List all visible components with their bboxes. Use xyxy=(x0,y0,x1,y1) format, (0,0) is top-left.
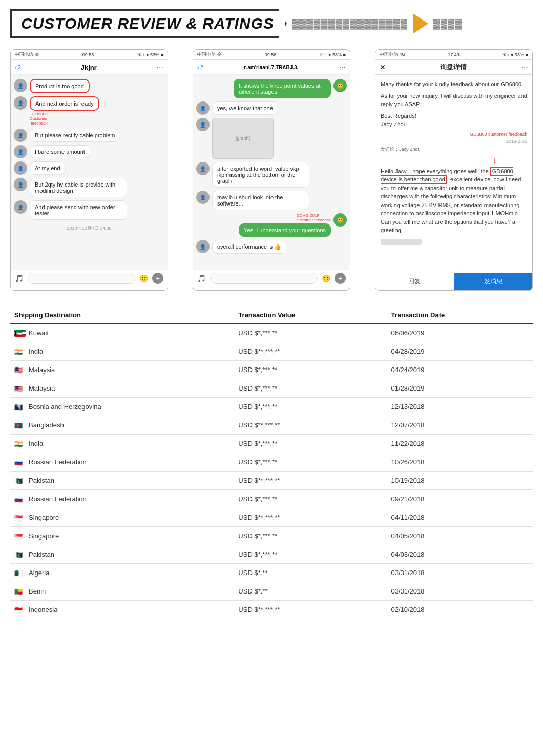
phone-screen-3: 中国电信 4G 17:49 ④ ↑ ● 93% ■ ✕ 询盘详情 ··· Man… xyxy=(375,49,533,291)
plus-icon[interactable]: + xyxy=(335,273,346,284)
plus-icon[interactable]: + xyxy=(152,273,163,284)
destination-cell: 🇸🇬 Singapore xyxy=(10,508,234,527)
country-name: Malaysia xyxy=(29,384,55,392)
avatar: 👤 xyxy=(14,200,27,214)
emoji-icon[interactable]: 🙂 xyxy=(139,274,148,282)
message-row: 👤 At my end xyxy=(14,161,164,175)
avatar-icon: 👤 xyxy=(17,149,24,155)
avatar-icon: 👤 xyxy=(17,205,24,210)
inquiry-actions[interactable]: 回复 发消息 xyxy=(375,273,532,290)
table-body: 🇰🇼 Kuwait USD $*,***.** 06/06/2019 🇮🇳 In… xyxy=(10,323,533,619)
message-row: 👤 And next order is ready GD6800Customer… xyxy=(14,96,164,126)
header-arrow-icon xyxy=(413,13,428,34)
phone-screen-2: 中国电信 令 09:56 ④ ↑ ● 53% ■ ‹ 2 r-am'rlaanl… xyxy=(193,49,350,291)
inquiry-header: ✕ 询盘详情 ··· xyxy=(375,60,532,75)
chevron-left-icon: ‹ xyxy=(15,64,17,70)
time-1: 09:53 xyxy=(82,52,94,57)
value-cell: USD $*,***.** xyxy=(234,527,387,545)
avatar-icon: 👤 xyxy=(200,122,206,128)
flag-icon: 🇲🇾 xyxy=(14,385,26,392)
carrier-1: 中国电信 令 xyxy=(15,51,39,58)
transactions-table: Shipping Destination Transaction Value T… xyxy=(10,306,533,619)
more-options-icon-1[interactable]: ··· xyxy=(157,63,163,72)
message-text: overall performance is 👍 xyxy=(217,243,281,250)
more-options-icon-2[interactable]: ··· xyxy=(339,63,346,72)
chevron-left-icon: ‹ xyxy=(197,64,199,70)
back-button-2[interactable]: ‹ 2 xyxy=(197,64,203,70)
value-cell: USD $**,***.** xyxy=(234,416,387,435)
message-row: 👤 And please send with new order tester xyxy=(14,200,164,220)
back-button-1[interactable]: ‹ 2 xyxy=(15,64,21,70)
bottom-bar-1: 🎵 🙂 + xyxy=(11,270,168,287)
header-title-box: CUSTOMER REVIEW & RATINGS xyxy=(10,9,287,38)
message-row: 👤 But 2qty hv cable is provide with modi… xyxy=(14,178,164,197)
message-input[interactable] xyxy=(210,273,318,284)
send-button[interactable]: 发消息 xyxy=(454,273,533,290)
message-text: may b u shud look into the software... xyxy=(217,194,283,207)
country-name: Russian Federation xyxy=(29,495,87,503)
avatar-icon: 👤 xyxy=(17,182,24,188)
date-cell: 04/11/2018 xyxy=(387,508,533,527)
country-name: Benin xyxy=(29,587,46,595)
header-section: CUSTOMER REVIEW & RATINGS ▓▓▓▓▓▓▓▓▓▓▓▓▓▓… xyxy=(0,0,543,44)
redacted-bar xyxy=(381,239,422,245)
destination-cell: 🇮🇳 India xyxy=(10,435,234,453)
country-name: Bosnia and Herzegovina xyxy=(29,403,101,411)
flag-icon: 🇰🇼 xyxy=(14,330,26,337)
avatar: 👤 xyxy=(14,161,27,175)
destination-cell: 🇵🇰 Pakistan xyxy=(10,472,234,490)
voice-icon[interactable]: 🎵 xyxy=(197,274,206,282)
inq-feedback-label: GD6800 customer feedback xyxy=(381,132,527,137)
more-options-icon-3[interactable]: ··· xyxy=(521,63,528,72)
value-cell: USD $**,***.** xyxy=(234,601,387,619)
avatar: 👤 xyxy=(14,129,27,142)
inq-date: 2019-2-25 xyxy=(381,139,527,144)
image-placeholder: [graph] xyxy=(236,136,250,141)
destination-cell: 🇲🇾 Malaysia xyxy=(10,361,234,379)
message-text: But please rectify cable problem xyxy=(35,132,115,138)
inq-para-2: As for your new inquiry, I will discuss … xyxy=(381,92,527,109)
battery-1: ④ ↑ ● 53% ■ xyxy=(137,52,163,57)
carrier-3: 中国电信 4G xyxy=(380,51,406,58)
reply-button[interactable]: 回复 xyxy=(375,273,454,290)
table-row: 🇧🇩 Bangladesh USD $**,***.** 12/07/2018 xyxy=(10,416,533,435)
header-small-lines: ▓▓▓▓ xyxy=(433,18,463,29)
message-text: At my end xyxy=(35,165,60,171)
emoji-icon[interactable]: 🙂 xyxy=(322,274,330,282)
message-text: Yes, I understand your questions xyxy=(244,227,326,233)
chat-bubble: But please rectify cable problem xyxy=(30,129,120,142)
back-count-2: 2 xyxy=(200,64,203,70)
date-cell: 04/05/2018 xyxy=(387,527,533,545)
message-input[interactable] xyxy=(28,273,135,284)
chat-bubble: I bare some amount xyxy=(30,145,90,158)
avatar: 👤 xyxy=(196,191,210,204)
avatar-icon: 👤 xyxy=(17,100,24,106)
flag-icon: 🇵🇰 xyxy=(14,551,26,558)
voice-icon[interactable]: 🎵 xyxy=(15,274,24,282)
flag-icon: 🇧🇯 xyxy=(14,588,26,595)
date-cell: 04/24/2019 xyxy=(387,361,533,379)
close-icon[interactable]: ✕ xyxy=(380,63,386,71)
value-cell: USD $*,***.** xyxy=(234,545,387,564)
date-cell: 01/28/2019 xyxy=(387,379,533,398)
flag-icon: 🇸🇬 xyxy=(14,514,26,521)
destination-cell: 🇷🇺 Russian Federation xyxy=(10,453,234,472)
value-cell: USD $*,***.** xyxy=(234,398,387,416)
date-cell: 10/26/2018 xyxy=(387,453,533,472)
message-text: It shows the knee point values at differ… xyxy=(239,83,321,95)
country-name: Pakistan xyxy=(29,550,54,558)
avatar-icon: 👤 xyxy=(200,166,206,172)
table-row: 🇵🇰 Pakistan USD $**,***.** 10/19/2018 xyxy=(10,472,533,490)
avatar: 👤 xyxy=(196,240,210,253)
table-row: 🇮🇩 Indonesia USD $**,***.** 02/10/2018 xyxy=(10,601,533,619)
nav-bar-1[interactable]: ‹ 2 Jkjnr ··· xyxy=(11,60,168,75)
table-header: Shipping Destination Transaction Value T… xyxy=(10,306,533,323)
table-row: 🇷🇺 Russian Federation USD $*,***.** 10/2… xyxy=(10,453,533,472)
message-row: 👤 Product is too good xyxy=(14,79,164,93)
nav-bar-2[interactable]: ‹ 2 r-am'rlaanl.7.TRABJ.3. ··· xyxy=(193,60,350,75)
date-cell: 06/06/2019 xyxy=(387,323,533,342)
avatar-icon: 😊 xyxy=(337,83,343,89)
flag-icon: 🇩🇿 xyxy=(14,569,26,577)
country-name: Bangladesh xyxy=(29,421,64,429)
highlight-text: GD6800 device is better than good xyxy=(381,167,513,185)
